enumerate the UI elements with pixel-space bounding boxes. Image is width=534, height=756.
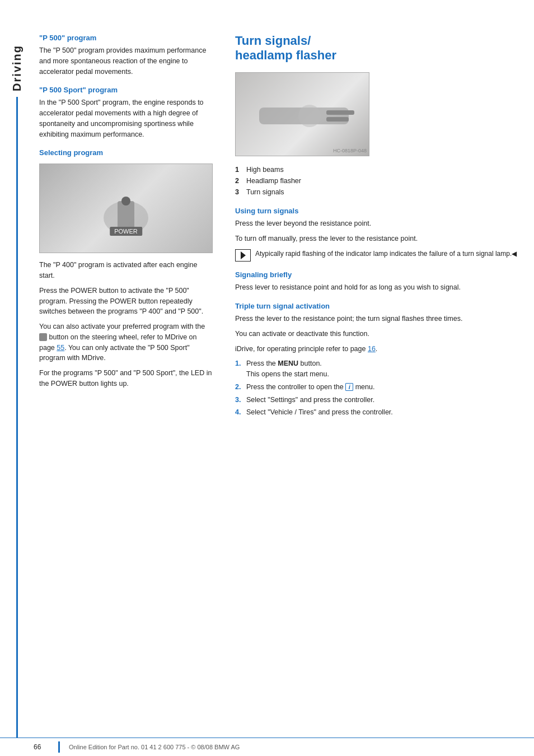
i-menu-icon: i [345, 383, 353, 391]
list-item-3: 3 Turn signals [235, 186, 517, 198]
list-item-2: 2 Headlamp flasher [235, 175, 517, 186]
triple-para2: You can activate or deactivate this func… [235, 329, 517, 339]
footer-bar [58, 741, 60, 753]
step1-bold: MENU [278, 360, 298, 367]
steering-wheel-icon [39, 333, 47, 341]
sidebar-label: Driving [11, 45, 24, 91]
image-watermark: HC-0818P-048 [333, 148, 367, 153]
note-box-border [235, 249, 251, 262]
gear-image-svg [92, 190, 160, 246]
step-3-text: Select "Settings" and press the controll… [246, 395, 374, 405]
svg-point-4 [298, 105, 321, 127]
headlamp-flasher-image: HC-0818P-048 [235, 72, 369, 156]
svg-point-2 [121, 197, 130, 206]
sidebar-bar [16, 97, 18, 738]
step-2-num: 2. [235, 382, 244, 393]
triple-para3-page: 16 [368, 345, 376, 353]
p500sport-body: In the "P 500 Sport" program, the engine… [39, 97, 213, 139]
right-column: Turn signals/ headlamp flasher HC-0818P-… [224, 34, 534, 738]
signaling-body: Press lever to resistance point and hold… [235, 282, 517, 293]
step-1: 1. Press the MENU button. This opens the… [235, 358, 517, 380]
left-para3: You can also activate your preferred pro… [39, 321, 213, 363]
list-item-1: 1 High beams [235, 164, 517, 175]
step-4-text: Select "Vehicle / Tires" and press the c… [246, 407, 393, 418]
step1-prefix: Press the [246, 360, 276, 367]
note-text-content: Atypically rapid flashing of the indicat… [255, 250, 512, 258]
step-1-text: Press the MENU button. This opens the st… [246, 358, 329, 380]
step2-suffix: menu. [355, 383, 375, 391]
step-3: 3. Select "Settings" and press the contr… [235, 395, 517, 405]
left-column: "P 500" program The "P 500" program prov… [34, 34, 224, 738]
svg-rect-5 [326, 110, 354, 115]
step2-prefix: Press the controller to open the [246, 383, 344, 391]
using-para1: Press the lever beyond the resistance po… [235, 218, 517, 229]
item-num-2: 2 [235, 175, 243, 186]
stalk-image-svg [254, 80, 366, 152]
note-box: Atypically rapid flashing of the indicat… [235, 249, 517, 262]
item-list: 1 High beams 2 Headlamp flasher 3 Turn s… [235, 164, 517, 198]
triple-para3-suffix: . [376, 345, 377, 353]
img-inner-left [40, 164, 212, 253]
power-label: POWER [110, 227, 142, 236]
left-para4: For the programs "P 500" and "P 500 Spor… [39, 368, 213, 389]
left-para3-page: 55 [57, 344, 64, 352]
note-text: Atypically rapid flashing of the indicat… [255, 249, 517, 259]
item-num-3: 3 [235, 186, 243, 198]
footer-page-number: 66 [34, 743, 49, 751]
item-label-3: Turn signals [246, 186, 284, 198]
step-1-num: 1. [235, 358, 244, 380]
step-4-num: 4. [235, 407, 244, 418]
img-inner-right [236, 73, 369, 156]
svg-rect-6 [326, 117, 349, 122]
selecting-heading: Selecting program [39, 148, 213, 157]
content-area: Driving "P 500" program The "P 500" prog… [0, 0, 534, 738]
p500sport-heading: "P 500 Sport" program [39, 86, 213, 94]
p500-body: The "P 500" program provides maximum per… [39, 45, 213, 77]
signaling-heading: Signaling briefly [235, 270, 517, 279]
using-heading: Using turn signals [235, 207, 517, 215]
item-label-2: Headlamp flasher [246, 175, 301, 186]
left-para3-prefix: You can also activate your preferred pro… [39, 323, 205, 330]
selecting-program-image: POWER [39, 164, 213, 253]
p500-heading: "P 500" program [39, 34, 213, 42]
sidebar: Driving [0, 34, 34, 738]
triple-para3-prefix: iDrive, for operating principle refer to… [235, 345, 366, 353]
step-2: 2. Press the controller to open the i me… [235, 382, 517, 393]
main-title-line2: headlamp flasher [235, 48, 336, 62]
numbered-steps: 1. Press the MENU button. This opens the… [235, 358, 517, 418]
left-para2: Press the POWER button to activate the "… [39, 286, 213, 317]
triple-para1: Press the lever to the resistance point;… [235, 314, 517, 324]
page-container: Driving "P 500" program The "P 500" prog… [0, 0, 534, 756]
triangle-icon [241, 251, 246, 259]
step1-suffix: button. [301, 360, 322, 367]
step-2-text: Press the controller to open the i menu. [246, 382, 374, 393]
footer-copyright: Online Edition for Part no. 01 41 2 600 … [69, 744, 240, 750]
using-para2: To turn off manually, press the lever to… [235, 234, 517, 244]
item-num-1: 1 [235, 164, 243, 175]
footer: 66 Online Edition for Part no. 01 41 2 6… [0, 738, 534, 756]
triple-heading: Triple turn signal activation [235, 302, 517, 310]
step1-sub: This opens the start menu. [246, 370, 329, 378]
main-title: Turn signals/ headlamp flasher [235, 34, 517, 63]
item-label-1: High beams [246, 164, 284, 175]
step-4: 4. Select "Vehicle / Tires" and press th… [235, 407, 517, 418]
left-para1: The "P 400" program is activated after e… [39, 260, 213, 281]
step-3-num: 3. [235, 395, 244, 405]
triple-para3: iDrive, for operating principle refer to… [235, 344, 517, 354]
main-title-line1: Turn signals/ [235, 34, 311, 48]
